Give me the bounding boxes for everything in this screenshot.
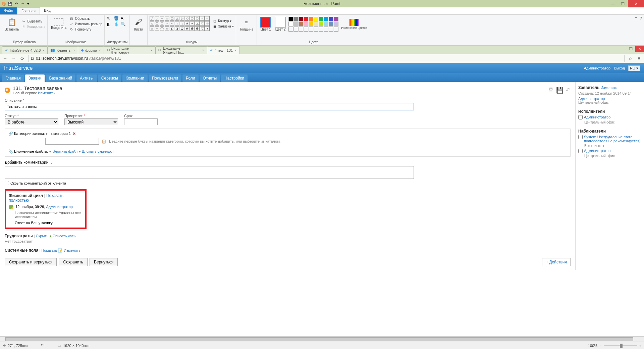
observer-user[interactable]: Администратор: [584, 149, 610, 153]
maximize-button[interactable]: ❐: [618, 0, 628, 7]
category-input[interactable]: [45, 138, 99, 145]
print-icon[interactable]: 🖶: [548, 87, 554, 94]
help-icon[interactable]: ?: [640, 16, 642, 21]
nav-tab-services[interactable]: Сервисы: [98, 74, 121, 82]
show-sys-link[interactable]: Показать: [41, 248, 57, 252]
cut-button[interactable]: ✂Вырезать: [21, 19, 45, 24]
comment-input[interactable]: [5, 166, 414, 179]
forward-button[interactable]: →: [11, 55, 17, 61]
nav-tab-kb[interactable]: База знаний: [46, 74, 75, 82]
save-back-button[interactable]: Сохранить и вернуться: [5, 258, 57, 266]
reload-button[interactable]: ⟳: [19, 55, 25, 61]
admin-link[interactable]: Администратор: [584, 66, 610, 70]
remove-category-icon[interactable]: ✖: [73, 132, 76, 136]
brushes-button[interactable]: 🖌 Кисти: [132, 16, 145, 32]
save-button[interactable]: Сохранить: [59, 258, 88, 266]
color1-button[interactable]: Цвет 1: [259, 16, 272, 32]
star-icon[interactable]: ☆: [627, 55, 633, 61]
nav-tab-companies[interactable]: Компании: [122, 74, 148, 82]
nav-tab-users[interactable]: Пользователи: [149, 74, 181, 82]
ribbon-tab-home[interactable]: Главная: [17, 7, 40, 14]
eraser-tool-icon[interactable]: ◧: [107, 22, 113, 27]
undo-icon[interactable]: ↶: [566, 87, 571, 94]
executor-checkbox[interactable]: [578, 115, 583, 119]
color2-button[interactable]: Цвет 2: [274, 16, 287, 32]
hide-labor-link[interactable]: Скрыть: [36, 234, 49, 238]
pencil-tool-icon[interactable]: ✎: [107, 16, 113, 21]
attach-screenshot-link[interactable]: Вложить скриншот: [82, 149, 114, 153]
actions-button[interactable]: +Действия: [542, 258, 571, 266]
close-tab-icon[interactable]: ×: [73, 48, 75, 52]
crop-button[interactable]: ⊡Обрезать: [69, 16, 102, 21]
deadline-input[interactable]: [124, 118, 158, 125]
color-palette[interactable]: [288, 17, 338, 32]
executor-user[interactable]: Администратор: [584, 115, 610, 119]
browser-tab[interactable]: ✔#new - 131×: [207, 46, 240, 54]
fill-tool-icon[interactable]: 🪣: [114, 16, 120, 21]
ribbon-tab-file[interactable]: Файл: [0, 7, 17, 14]
lc-user[interactable]: Администратор: [46, 205, 73, 209]
logout-link[interactable]: Выход: [614, 66, 625, 70]
lang-selector[interactable]: RU ▾: [628, 65, 640, 71]
browser-tab[interactable]: ✉Входящие — theniceguy×: [104, 46, 156, 54]
status-select[interactable]: В работе: [5, 118, 58, 125]
observer-user[interactable]: System User(удаление этого пользователя …: [584, 135, 641, 143]
outline-button[interactable]: ◻Контур ▾: [212, 18, 234, 23]
browser-minimize-button[interactable]: —: [618, 46, 627, 52]
copy-button[interactable]: ⎘Копировать: [21, 24, 45, 29]
description-input[interactable]: Тестовая заявка: [5, 103, 414, 110]
write-hours-link[interactable]: Списать часы: [53, 234, 76, 238]
edit-sys-link[interactable]: Изменить: [64, 248, 80, 252]
close-tab-icon[interactable]: ×: [234, 48, 236, 52]
paste-button[interactable]: 📋 Вставить: [3, 16, 20, 32]
close-tab-icon[interactable]: ×: [150, 48, 152, 52]
nav-tab-reports[interactable]: Отчеты: [200, 74, 220, 82]
observer-checkbox[interactable]: [578, 149, 583, 153]
rotate-button[interactable]: ⟳Повернуть: [69, 27, 102, 32]
picker-tool-icon[interactable]: 💧: [114, 22, 120, 27]
redo-icon[interactable]: ↷: [19, 1, 25, 6]
close-tab-icon[interactable]: ×: [99, 48, 101, 52]
ribbon-minimize-icon[interactable]: ⌃: [634, 16, 638, 21]
browser-close-button[interactable]: ✕: [635, 46, 644, 52]
resize-button[interactable]: ⤢Изменить размер: [69, 21, 102, 26]
browser-maximize-button[interactable]: ❐: [627, 46, 635, 52]
nav-tab-assets[interactable]: Активы: [76, 74, 97, 82]
undo-icon[interactable]: ↶: [13, 1, 19, 6]
priority-select[interactable]: Высокий: [64, 118, 118, 125]
select-button[interactable]: Выделить: [50, 18, 68, 30]
address-bar[interactable]: 🗋 01.isdemon.dev.intravision.ru/task.ivp…: [28, 55, 625, 62]
menu-icon[interactable]: ≡: [636, 55, 642, 61]
close-button[interactable]: ✕: [628, 0, 644, 7]
qat-dropdown-icon[interactable]: ▾: [25, 1, 31, 6]
browser-tab[interactable]: ✉Входящие — Яндекс.По...×: [155, 46, 207, 54]
close-tab-icon[interactable]: ×: [202, 48, 204, 52]
browser-tab[interactable]: ✔IntraService 4.32.6×: [2, 46, 48, 54]
save-icon[interactable]: 💾: [556, 87, 564, 94]
nav-tab-settings[interactable]: Настройки: [221, 74, 248, 82]
back-button[interactable]: ←: [2, 55, 8, 61]
back-button[interactable]: Вернуться: [90, 258, 118, 266]
nav-tab-roles[interactable]: Роли: [182, 74, 199, 82]
close-tab-icon[interactable]: ×: [42, 48, 44, 52]
zoom-tool-icon[interactable]: 🔍: [121, 22, 127, 27]
change-applicant-link[interactable]: Изменить: [601, 86, 618, 90]
nav-tab-main[interactable]: Главная: [2, 74, 24, 82]
browser-tab[interactable]: 👥Клиенты×: [47, 46, 78, 54]
hide-comment-checkbox[interactable]: [5, 181, 9, 185]
attach-file-link[interactable]: Вложить файл: [52, 149, 77, 153]
observer-checkbox[interactable]: [578, 135, 583, 139]
ribbon-tab-view[interactable]: Вид: [40, 7, 55, 14]
text-tool-icon[interactable]: A: [121, 16, 127, 21]
fill-button[interactable]: ◼Заливка ▾: [212, 24, 234, 29]
save-icon[interactable]: 💾: [7, 1, 13, 6]
minimize-button[interactable]: —: [608, 0, 618, 7]
catalog-icon[interactable]: 📋: [102, 139, 106, 144]
edit-colors-button[interactable]: Изменение цветов: [340, 18, 369, 30]
nav-tab-requests[interactable]: Заявки: [25, 74, 45, 82]
size-button[interactable]: ≡ Толщина: [238, 16, 255, 32]
change-service-link[interactable]: Изменить: [38, 91, 55, 95]
browser-tab[interactable]: ◆форма×: [78, 46, 104, 54]
shapes-gallery[interactable]: ╱⟋○▭▢△▷◇⬠⬡→↔ ◇⬠⬡→←↑↓★✦☁♡⚡ ☆✧◯▱◐◑◒◓⬟⬢▽▾: [150, 16, 210, 31]
applicant-user[interactable]: Администратор: [578, 97, 641, 101]
